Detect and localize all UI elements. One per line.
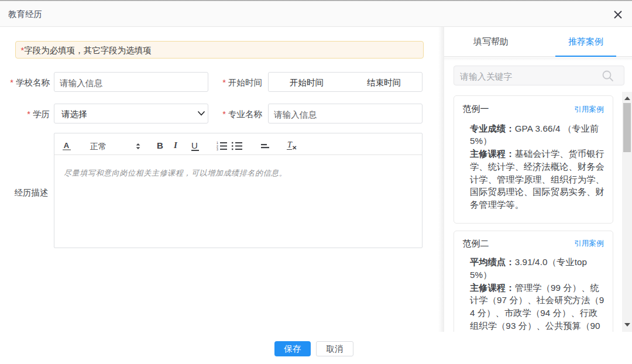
svg-text:3: 3 (217, 147, 218, 150)
